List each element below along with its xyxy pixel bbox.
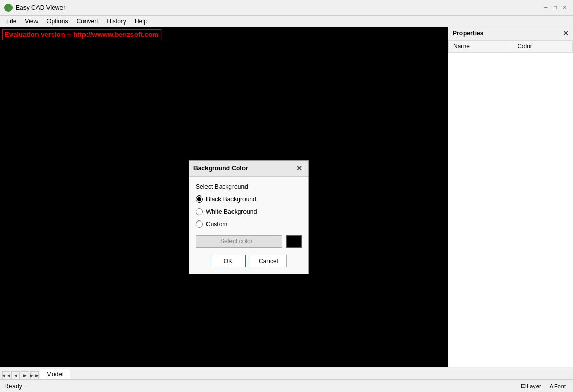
window-controls: ─ □ ✕: [542, 4, 569, 12]
color-selection-row: Select color...: [196, 235, 302, 248]
white-background-label: White Background: [206, 208, 257, 215]
modal-overlay: Background Color ✕ Select Background Bla…: [0, 27, 448, 367]
properties-title: Properties: [453, 30, 483, 37]
ok-button[interactable]: OK: [211, 255, 246, 267]
black-background-option[interactable]: Black Background: [196, 195, 302, 203]
menu-bar: File View Options Convert History Help: [0, 16, 573, 27]
white-background-option[interactable]: White Background: [196, 208, 302, 215]
tab-nav-next[interactable]: ►: [21, 371, 29, 379]
black-background-radio[interactable]: [196, 195, 203, 203]
app-icon: [4, 4, 13, 12]
menu-options[interactable]: Options: [42, 17, 72, 26]
tab-nav-first[interactable]: ◄◄: [2, 371, 10, 379]
layer-icon: ⊞: [521, 383, 526, 389]
layer-button[interactable]: ⊞ Layer: [518, 382, 544, 390]
custom-label: Custom: [206, 220, 227, 228]
properties-panel-header: Properties ✕: [448, 27, 573, 40]
white-background-radio[interactable]: [196, 208, 203, 215]
main-area: Evaluation version -- http://wwww.benzso…: [0, 27, 573, 367]
tab-nav-prev[interactable]: ◄: [11, 371, 20, 379]
menu-history[interactable]: History: [103, 17, 130, 26]
status-bar: Ready ⊞ Layer A Font: [0, 379, 573, 392]
dialog-close-button[interactable]: ✕: [295, 164, 304, 173]
tab-model[interactable]: Model: [40, 369, 70, 379]
menu-help[interactable]: Help: [130, 17, 152, 26]
color-preview-swatch: [286, 235, 302, 248]
dialog-body: Select Background Black Background White…: [189, 177, 308, 274]
custom-option[interactable]: Custom: [196, 220, 302, 228]
properties-col-color: Color: [513, 41, 573, 53]
canvas-area: Evaluation version -- http://wwww.benzso…: [0, 27, 448, 367]
background-radio-group: Black Background White Background Custom: [196, 195, 302, 228]
black-background-label: Black Background: [206, 195, 257, 203]
maximize-button[interactable]: □: [551, 4, 559, 12]
select-color-button[interactable]: Select color...: [196, 235, 282, 248]
minimize-button[interactable]: ─: [542, 4, 550, 12]
properties-col-name: Name: [449, 41, 513, 53]
app-title: Easy CAD Viewer: [16, 4, 542, 11]
custom-radio[interactable]: [196, 220, 203, 228]
title-bar: Easy CAD Viewer ─ □ ✕: [0, 0, 573, 16]
properties-table: Name Color: [448, 40, 573, 53]
tab-bar: ◄◄ ◄ ► ►► Model: [0, 367, 573, 379]
dialog-section-label: Select Background: [196, 183, 302, 190]
status-text: Ready: [4, 383, 22, 390]
properties-panel: Properties ✕ Name Color: [448, 27, 573, 367]
menu-file[interactable]: File: [2, 17, 20, 26]
close-button[interactable]: ✕: [560, 4, 569, 12]
font-icon: A: [550, 383, 553, 389]
dialog-title: Background Color: [193, 165, 248, 172]
menu-view[interactable]: View: [20, 17, 42, 26]
background-color-dialog: Background Color ✕ Select Background Bla…: [189, 160, 309, 274]
font-button[interactable]: A Font: [546, 382, 569, 390]
tab-nav-last[interactable]: ►►: [30, 371, 39, 379]
cancel-button[interactable]: Cancel: [250, 255, 287, 267]
bottom-panel-right: ⊞ Layer A Font: [518, 382, 569, 390]
dialog-title-bar: Background Color ✕: [189, 161, 308, 177]
menu-convert[interactable]: Convert: [72, 17, 103, 26]
font-label: Font: [554, 383, 566, 389]
properties-close-button[interactable]: ✕: [563, 29, 569, 38]
layer-label: Layer: [527, 383, 541, 389]
dialog-button-row: OK Cancel: [196, 255, 302, 267]
